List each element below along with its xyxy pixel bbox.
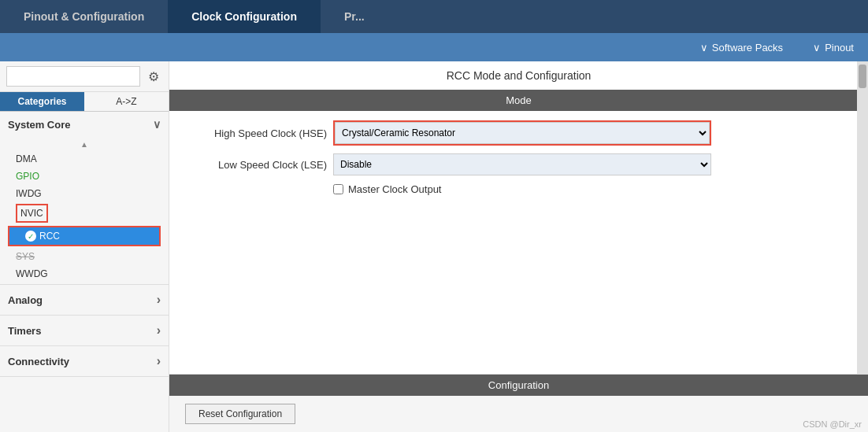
hse-select[interactable]: Crystal/Ceramic Resonator Disable BYPASS… (335, 122, 710, 144)
scroll-up-indicator: ▲ (0, 138, 169, 150)
hse-row: High Speed Clock (HSE) Crystal/Ceramic R… (185, 120, 852, 146)
sidebar-item-gpio[interactable]: GPIO (0, 168, 169, 185)
lse-label: Low Speed Clock (LSE) (185, 159, 327, 171)
panel-title: RCC Mode and Configuration (169, 61, 868, 90)
tab-project-manager[interactable]: Pr... (321, 0, 388, 33)
hse-select-wrapper: Crystal/Ceramic Resonator Disable BYPASS… (333, 120, 711, 146)
master-clock-row: Master Clock Output (333, 183, 852, 195)
tab-pinout-configuration[interactable]: Pinout & Configuration (0, 0, 168, 33)
lse-row: Low Speed Clock (LSE) Disable Crystal/Ce… (185, 153, 852, 175)
sidebar: ⚙ Categories A->Z System Core ∨ (0, 61, 169, 432)
reset-configuration-button[interactable]: Reset Configuration (185, 404, 295, 424)
sub-bar-software-packs[interactable]: ∨ Software Packs (686, 33, 797, 61)
gear-icon[interactable]: ⚙ (145, 68, 162, 85)
hse-label: High Speed Clock (HSE) (185, 127, 327, 139)
section-system-core: System Core ∨ ▲ DMA GPIO IWDG (0, 112, 169, 285)
search-input[interactable] (6, 66, 140, 87)
chevron-down-icon-system-core: ∨ (153, 118, 161, 131)
tab-clock-configuration[interactable]: Clock Configuration (168, 0, 321, 33)
sidebar-search-area: ⚙ (0, 61, 169, 92)
sub-bar: ∨ Software Packs ∨ Pinout (0, 33, 868, 61)
sidebar-item-sys[interactable]: SYS (0, 248, 169, 265)
sidebar-item-iwdg[interactable]: IWDG (0, 185, 169, 202)
sidebar-tabs: Categories A->Z (0, 92, 169, 112)
section-analog: Analog (0, 285, 169, 316)
rcc-selection-box: ✓ RCC (8, 226, 161, 246)
section-header-system-core[interactable]: System Core ∨ (0, 112, 169, 137)
section-timers: Timers (0, 316, 169, 346)
config-section-header: Configuration (169, 375, 868, 396)
sub-bar-pinout[interactable]: ∨ Pinout (799, 33, 868, 61)
master-clock-checkbox[interactable] (333, 184, 343, 194)
sidebar-item-rcc[interactable]: ✓ RCC (9, 227, 159, 245)
lse-select[interactable]: Disable Crystal/Ceramic Resonator BYPASS… (333, 153, 711, 175)
app-container: Pinout & Configuration Clock Configurati… (0, 0, 868, 432)
chevron-right-icon-timers (157, 323, 161, 338)
main-area: ⚙ Categories A->Z System Core ∨ (0, 61, 868, 432)
system-core-items: ▲ DMA GPIO IWDG NVIC (0, 137, 169, 284)
content-scroll-area: RCC Mode and Configuration Mode High Spe… (169, 61, 868, 374)
sidebar-item-nvic[interactable]: NVIC (20, 206, 43, 220)
chevron-right-icon-analog (157, 293, 161, 307)
chevron-down-icon: ∨ (700, 42, 708, 54)
mode-section-header: Mode (169, 90, 868, 111)
section-header-timers[interactable]: Timers (0, 316, 169, 345)
sidebar-item-dma[interactable]: DMA (0, 150, 169, 168)
rcc-check-indicator: ✓ (25, 231, 36, 242)
section-header-connectivity[interactable]: Connectivity (0, 346, 169, 376)
config-content: Reset Configuration (169, 396, 868, 432)
section-header-analog[interactable]: Analog (0, 285, 169, 315)
tab-categories[interactable]: Categories (0, 92, 84, 111)
sidebar-item-wwdg[interactable]: WWDG (0, 265, 169, 282)
chevron-right-icon-connectivity (157, 354, 161, 368)
mode-content: High Speed Clock (HSE) Crystal/Ceramic R… (169, 111, 868, 205)
watermark: CSDN @Dir_xr (803, 419, 862, 429)
chevron-down-icon-2: ∨ (813, 42, 821, 54)
master-clock-label[interactable]: Master Clock Output (348, 183, 442, 195)
lse-select-wrapper: Disable Crystal/Ceramic Resonator BYPASS… (333, 153, 711, 175)
scroll-bar-right (857, 61, 868, 374)
section-connectivity: Connectivity (0, 346, 169, 377)
content-panel: RCC Mode and Configuration Mode High Spe… (169, 61, 868, 432)
top-bar: Pinout & Configuration Clock Configurati… (0, 0, 868, 33)
nvic-selection-box: NVIC (16, 204, 48, 223)
tab-az[interactable]: A->Z (84, 92, 169, 111)
scroll-thumb[interactable] (859, 65, 866, 88)
config-section: Configuration Reset Configuration (169, 374, 868, 432)
